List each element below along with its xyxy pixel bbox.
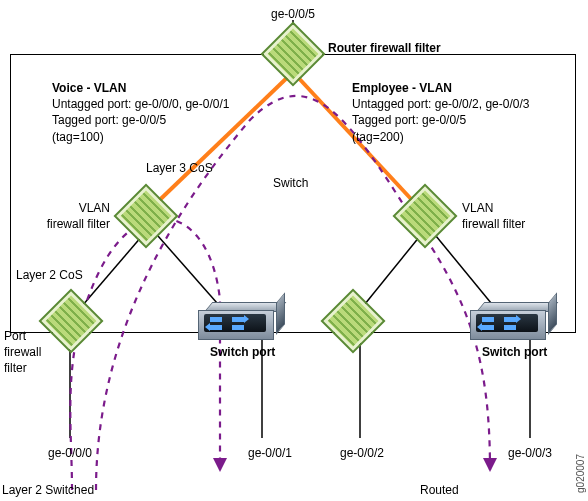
- layer2-label: Layer 2 CoS: [16, 267, 83, 283]
- vlan-left-label: VLAN firewall filter: [34, 200, 110, 232]
- port3-label: ge-0/0/3: [508, 445, 552, 461]
- voice-title: Voice - VLAN: [52, 80, 229, 96]
- top-port-label: ge-0/0/5: [260, 6, 326, 22]
- employee-title: Employee - VLAN: [352, 80, 529, 96]
- image-id: g020007: [575, 454, 586, 493]
- vlan-right-label: VLAN firewall filter: [462, 200, 525, 232]
- router-filter-label: Router firewall filter: [328, 40, 441, 56]
- port1-label: ge-0/0/1: [248, 445, 292, 461]
- switch-port-left-icon: [198, 302, 278, 340]
- switch-port-right-icon: [470, 302, 550, 340]
- voice-line2: Tagged port: ge-0/0/5: [52, 112, 229, 128]
- employee-line3: (tag=200): [352, 129, 529, 145]
- voice-vlan-block: Voice - VLAN Untagged port: ge-0/0/0, ge…: [52, 80, 229, 145]
- port0-label: ge-0/0/0: [48, 445, 92, 461]
- voice-line1: Untagged port: ge-0/0/0, ge-0/0/1: [52, 96, 229, 112]
- employee-line2: Tagged port: ge-0/0/5: [352, 112, 529, 128]
- svg-marker-11: [213, 458, 227, 472]
- voice-line3: (tag=100): [52, 129, 229, 145]
- layer3-label: Layer 3 CoS: [146, 160, 213, 176]
- port-filter-label: Port firewall filter: [4, 328, 41, 377]
- port2-label: ge-0/0/2: [340, 445, 384, 461]
- switch-port-left-label: Switch port: [210, 344, 275, 360]
- path-left-label: Layer 2 Switched: [2, 482, 94, 498]
- employee-vlan-block: Employee - VLAN Untagged port: ge-0/0/2,…: [352, 80, 529, 145]
- svg-marker-12: [483, 458, 497, 472]
- employee-line1: Untagged port: ge-0/0/2, ge-0/0/3: [352, 96, 529, 112]
- switch-port-right-label: Switch port: [482, 344, 547, 360]
- path-right-label: Routed: [420, 482, 459, 498]
- switch-label: Switch: [273, 175, 308, 191]
